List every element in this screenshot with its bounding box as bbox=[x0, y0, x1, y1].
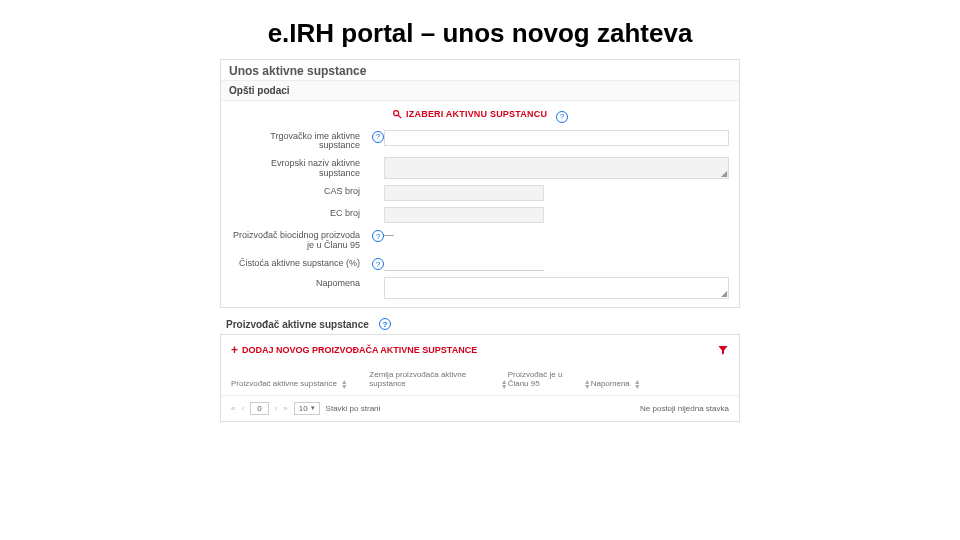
panel-manufacturer: Proizvođač aktivne supstance ? + DODAJ N… bbox=[220, 314, 740, 422]
help-icon[interactable]: ? bbox=[372, 131, 384, 143]
add-manufacturer-label: DODAJ NOVOG PROIZVOĐAČA AKTIVNE SUPSTANC… bbox=[242, 345, 477, 355]
label-note: Napomena bbox=[231, 277, 366, 289]
label-purity: Čistoća aktivne supstance (%) bbox=[231, 257, 366, 269]
help-icon[interactable]: ? bbox=[372, 258, 384, 270]
label-cas: CAS broj bbox=[231, 185, 366, 197]
col-country[interactable]: Zemlja proizvođača aktivne supstance ▲▼ bbox=[369, 371, 507, 389]
table-header: Proizvođač aktivne supstance ▲▼ Zemlja p… bbox=[221, 365, 739, 395]
add-manufacturer-button[interactable]: + DODAJ NOVOG PROIZVOĐAČA AKTIVNE SUPSTA… bbox=[231, 343, 477, 357]
resize-handle-icon[interactable]: ◢ bbox=[721, 291, 727, 297]
article95-value: — bbox=[384, 229, 729, 240]
select-active-substance-button[interactable]: IZABERI AKTIVNU SUPSTANCU bbox=[392, 109, 547, 119]
section-manufacturer: Proizvođač aktivne supstance ? bbox=[220, 314, 740, 334]
svg-line-1 bbox=[398, 115, 401, 118]
help-icon[interactable]: ? bbox=[379, 318, 391, 330]
plus-icon: + bbox=[231, 343, 238, 357]
label-european-name: Evropski naziv aktivne supstance bbox=[231, 157, 366, 179]
panel-active-substance: Unos aktivne supstance Opšti podaci IZAB… bbox=[220, 59, 740, 308]
select-active-substance-label: IZABERI AKTIVNU SUPSTANCU bbox=[406, 109, 547, 119]
help-icon[interactable]: ? bbox=[372, 230, 384, 242]
table-pager: « ‹ 0 › » 10 ▾ Stavki po strani Ne posto… bbox=[221, 395, 739, 421]
manufacturer-table: Proizvođač aktivne supstance ▲▼ Zemlja p… bbox=[220, 365, 740, 422]
page-size-select[interactable]: 10 ▾ bbox=[294, 402, 320, 415]
svg-point-0 bbox=[394, 111, 399, 116]
european-name-textarea[interactable]: ◢ bbox=[384, 157, 729, 179]
resize-handle-icon[interactable]: ◢ bbox=[721, 171, 727, 177]
panel-title: Unos aktivne supstance bbox=[221, 60, 739, 80]
col-article95[interactable]: Proizvođač je u Članu 95 ▲▼ bbox=[508, 371, 591, 389]
cas-input bbox=[384, 185, 544, 201]
pager-last[interactable]: » bbox=[283, 404, 287, 413]
pager-page[interactable]: 0 bbox=[250, 402, 268, 415]
col-manufacturer[interactable]: Proizvođač aktivne supstance ▲▼ bbox=[231, 379, 369, 389]
label-article95: Proizvođač biocidnog proizvoda je u Član… bbox=[231, 229, 366, 251]
section-general-data: Opšti podaci bbox=[221, 80, 739, 101]
sort-icon[interactable]: ▲▼ bbox=[584, 379, 591, 389]
label-ec: EC broj bbox=[231, 207, 366, 219]
col-note[interactable]: Napomena ▲▼ bbox=[591, 379, 729, 389]
pager-first[interactable]: « bbox=[231, 404, 235, 413]
purity-input[interactable] bbox=[384, 257, 544, 271]
ec-input bbox=[384, 207, 544, 223]
help-icon[interactable]: ? bbox=[556, 111, 568, 123]
search-icon bbox=[392, 109, 402, 119]
sort-icon[interactable]: ▲▼ bbox=[634, 379, 641, 389]
note-textarea[interactable]: ◢ bbox=[384, 277, 729, 299]
pager-prev[interactable]: ‹ bbox=[241, 404, 244, 413]
chevron-down-icon: ▾ bbox=[311, 404, 315, 412]
pager-empty-text: Ne postoji nijedna stavka bbox=[640, 404, 729, 413]
sort-icon[interactable]: ▲▼ bbox=[501, 379, 508, 389]
pager-next[interactable]: › bbox=[275, 404, 278, 413]
sort-icon[interactable]: ▲▼ bbox=[341, 379, 348, 389]
page-title: e.IRH portal – unos novog zahteva bbox=[0, 18, 960, 49]
filter-icon[interactable] bbox=[717, 344, 729, 356]
trade-name-input[interactable] bbox=[384, 130, 729, 146]
label-trade-name: Trgovačko ime aktivne supstance bbox=[231, 130, 366, 152]
page-size-label: Stavki po strani bbox=[326, 404, 381, 413]
